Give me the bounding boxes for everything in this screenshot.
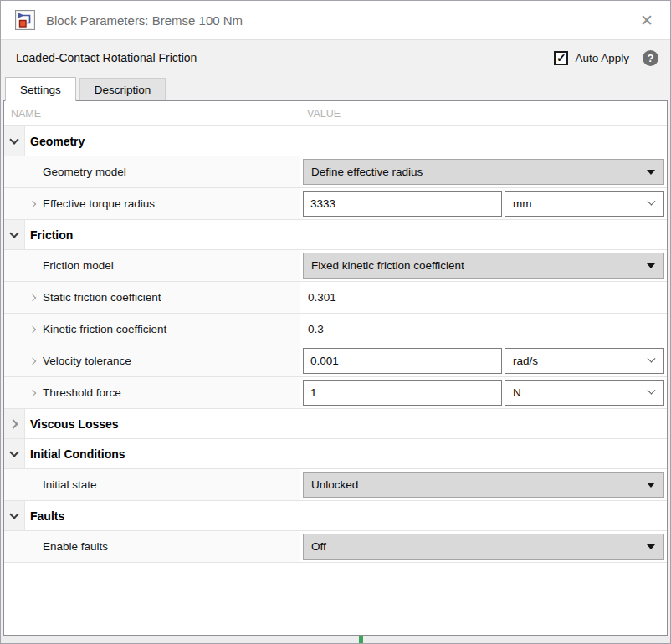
unit-value: mm	[513, 197, 532, 210]
chevron-right-icon	[8, 419, 18, 428]
unit-value: N	[513, 386, 521, 399]
chevron-down-icon	[9, 509, 18, 519]
param-label: Kinetic friction coefficient	[43, 323, 166, 335]
section-friction[interactable]: Friction	[4, 220, 667, 250]
row-geometry-model: Geometry model Define effective radius	[4, 156, 667, 188]
param-label: Velocity tolerance	[43, 355, 131, 367]
column-header-value: VALUE	[300, 101, 667, 125]
dialog-title: Block Parameters: Bremse 100 Nm	[46, 13, 637, 28]
table-empty-area	[4, 563, 667, 635]
dropdown-value: Unlocked	[311, 478, 358, 491]
dropdown-caret-icon	[647, 483, 655, 488]
row-effective-torque-radius: Effective torque radius mm	[4, 188, 667, 220]
dropdown-value: Fixed kinetic friction coefficient	[311, 259, 464, 272]
param-label: Geometry model	[4, 156, 300, 187]
threshold-force-unit-combo[interactable]: N	[505, 380, 664, 406]
row-velocity-tolerance: Velocity tolerance rad/s	[4, 345, 667, 377]
section-label: Faults	[30, 509, 64, 523]
section-label: Geometry	[30, 135, 85, 148]
effective-torque-radius-unit-combo[interactable]: mm	[505, 191, 664, 217]
auto-apply-label: Auto Apply	[575, 52, 629, 64]
dropdown-caret-icon	[647, 263, 655, 268]
row-friction-model: Friction model Fixed kinetic friction co…	[4, 250, 667, 282]
param-label: Friction model	[4, 250, 300, 281]
chevron-down-icon	[9, 228, 18, 238]
kinetic-friction-coefficient-value[interactable]: 0.3	[300, 314, 667, 345]
dropdown-value: Define effective radius	[311, 166, 423, 178]
row-static-friction-coefficient: Static friction coefficient 0.301	[4, 282, 667, 314]
row-kinetic-friction-coefficient: Kinetic friction coefficient 0.3	[4, 314, 667, 345]
title-bar: Block Parameters: Bremse 100 Nm ✕	[1, 1, 670, 40]
section-label: Initial Conditions	[30, 447, 125, 461]
combo-chevron-icon	[648, 197, 656, 206]
section-label: Friction	[30, 228, 73, 242]
param-label: Effective torque radius	[43, 197, 155, 210]
chevron-down-icon	[9, 135, 18, 144]
friction-model-dropdown[interactable]: Fixed kinetic friction coefficient	[303, 253, 664, 279]
section-faults[interactable]: Faults	[4, 501, 667, 531]
dropdown-caret-icon	[647, 170, 655, 175]
velocity-tolerance-input[interactable]	[303, 348, 502, 374]
chevron-down-icon	[9, 447, 18, 457]
tab-settings[interactable]: Settings	[5, 77, 76, 101]
effective-torque-radius-input[interactable]	[303, 191, 502, 217]
close-icon[interactable]: ✕	[637, 11, 657, 30]
section-label: Viscous Losses	[30, 417, 119, 431]
enable-faults-dropdown[interactable]: Off	[303, 534, 664, 560]
resize-marker	[359, 636, 363, 643]
tab-description[interactable]: Description	[79, 78, 166, 100]
section-initial-conditions[interactable]: Initial Conditions	[4, 439, 667, 469]
tab-bar: Settings Description	[1, 75, 670, 100]
chevron-right-icon[interactable]	[29, 389, 36, 396]
section-viscous-losses[interactable]: Viscous Losses	[4, 409, 667, 439]
dropdown-value: Off	[311, 540, 326, 553]
combo-chevron-icon	[648, 386, 656, 395]
threshold-force-input[interactable]	[303, 380, 502, 406]
param-label: Threshold force	[43, 386, 121, 399]
simulink-block-icon	[15, 10, 35, 30]
table-header: NAME VALUE	[4, 101, 667, 126]
row-threshold-force: Threshold force N	[4, 377, 667, 409]
block-type-label: Loaded-Contact Rotational Friction	[16, 51, 554, 64]
window-bottom-edge	[1, 636, 670, 643]
initial-state-dropdown[interactable]: Unlocked	[303, 472, 664, 498]
section-geometry[interactable]: Geometry	[4, 126, 667, 156]
row-enable-faults: Enable faults Off	[4, 531, 667, 563]
chevron-right-icon[interactable]	[29, 200, 36, 207]
combo-chevron-icon	[648, 355, 656, 363]
param-label: Static friction coefficient	[43, 291, 161, 304]
column-header-name: NAME	[4, 101, 300, 125]
param-label: Enable faults	[4, 531, 300, 562]
dropdown-caret-icon	[647, 544, 655, 549]
help-icon[interactable]: ?	[643, 50, 658, 66]
chevron-right-icon[interactable]	[29, 357, 36, 364]
velocity-tolerance-unit-combo[interactable]: rad/s	[505, 348, 664, 374]
block-header-bar: Loaded-Contact Rotational Friction ✓ Aut…	[1, 40, 670, 75]
chevron-right-icon[interactable]	[29, 325, 36, 332]
param-label: Initial state	[4, 469, 300, 500]
row-initial-state: Initial state Unlocked	[4, 469, 667, 501]
unit-value: rad/s	[513, 355, 538, 367]
parameter-table: NAME VALUE Geometry Geometry model Defin…	[3, 100, 668, 636]
block-parameters-dialog: Block Parameters: Bremse 100 Nm ✕ Loaded…	[0, 0, 671, 644]
geometry-model-dropdown[interactable]: Define effective radius	[303, 159, 664, 185]
chevron-right-icon[interactable]	[29, 294, 36, 300]
auto-apply-checkbox[interactable]: ✓	[554, 51, 568, 65]
static-friction-coefficient-value[interactable]: 0.301	[300, 282, 667, 313]
